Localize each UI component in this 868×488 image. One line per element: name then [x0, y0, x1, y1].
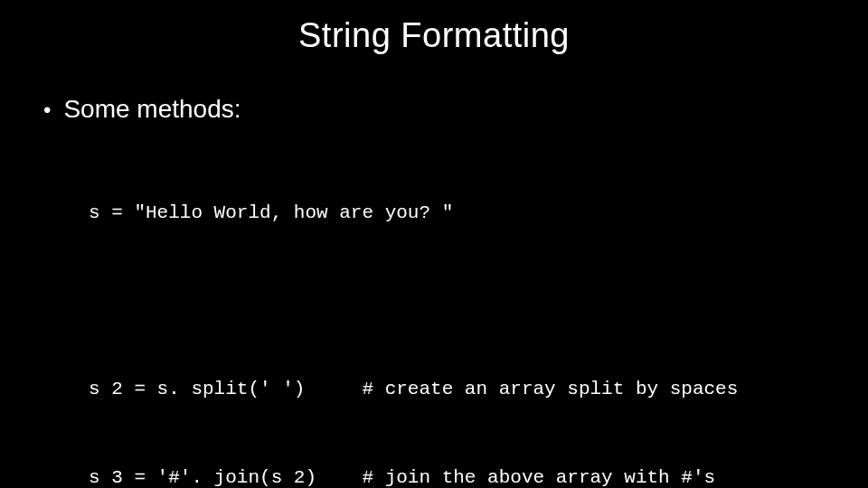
code-line-2: s 2 = s. split(' ') # create an array sp…	[89, 375, 832, 405]
blank-line	[89, 287, 832, 317]
code-block: s = "Hello World, how are you? " s 2 = s…	[36, 140, 832, 488]
code-line-3: s 3 = '#'. join(s 2) # join the above ar…	[89, 464, 832, 488]
bullet-marker: •	[43, 99, 51, 121]
bullet-text: Some methods:	[63, 95, 241, 124]
slide-title: String Formatting	[36, 16, 832, 55]
bullet-item: • Some methods:	[36, 95, 832, 124]
slide: String Formatting • Some methods: s = "H…	[0, 0, 868, 488]
code-line-1: s = "Hello World, how are you? "	[89, 199, 832, 229]
